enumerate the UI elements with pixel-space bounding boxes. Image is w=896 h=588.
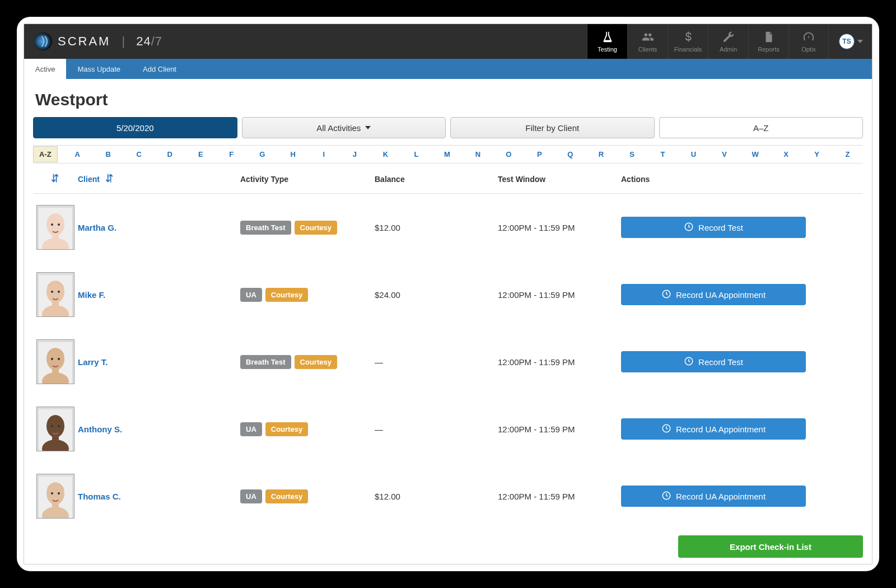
col-sort[interactable] [33,172,78,185]
user-avatar: TS [839,34,855,49]
filter-sort-label: A–Z [753,123,769,133]
client-name-cell: Anthony S. [78,424,240,434]
filter-sort-button[interactable]: A–Z [659,117,864,138]
alpha-letter-Q[interactable]: Q [555,146,586,163]
table-body: Martha G. Breath Test Courtesy $12.00 12… [33,194,863,530]
record_ua-button[interactable]: Record UA Appointment [621,284,806,305]
flask-icon [601,31,614,44]
alpha-letter-Z[interactable]: Z [832,146,863,163]
test-window-cell: 12:00PM - 11:59 PM [498,290,621,300]
document-icon [762,31,776,44]
client-avatar[interactable] [36,407,74,451]
brand-sub1: 24 [136,34,151,48]
action-button-label: Record Test [698,223,743,232]
topnav: TestingClientsFinancialsAdminReportsOpti… [587,24,829,59]
topnav-reports[interactable]: Reports [748,24,788,59]
subnav-active[interactable]: Active [24,59,66,79]
col-client[interactable]: Client [78,172,240,185]
alpha-letter-J[interactable]: J [339,146,370,163]
alpha-letter-P[interactable]: P [524,146,555,163]
client-avatar[interactable] [36,474,74,519]
alpha-letter-W[interactable]: W [740,146,771,163]
topnav-testing[interactable]: Testing [587,24,627,59]
brand-logo-icon [34,32,52,50]
alpha-letter-N[interactable]: N [463,146,493,163]
activity-cell: UA Courtesy [240,288,375,302]
balance-cell: — [375,357,498,367]
action-button-label: Record UA Appointment [676,424,766,434]
alpha-letter-Y[interactable]: Y [801,146,832,163]
subnav-mass-update[interactable]: Mass Update [66,59,132,79]
alpha-letter-D[interactable]: D [155,146,185,163]
client-name-link[interactable]: Thomas C. [78,492,121,501]
clock-icon [661,491,671,502]
activity-tag-courtesy: Courtesy [295,355,337,369]
avatar-wrap [33,272,78,317]
client-avatar[interactable] [36,339,74,384]
topnav-clients[interactable]: Clients [627,24,668,59]
gauge-icon [802,31,815,44]
alpha-letter-I[interactable]: I [309,146,339,163]
export-row: Export Check-in List [33,535,863,558]
wrench-icon [722,31,735,44]
alpha-letter-V[interactable]: V [709,146,740,163]
alpha-letter-U[interactable]: U [678,146,709,163]
client-name-link[interactable]: Mike F. [78,290,105,300]
alpha-all-button[interactable]: A-Z [33,146,58,162]
export-checkin-button[interactable]: Export Check-in List [678,535,863,558]
col-balance-label: Balance [375,175,498,184]
svg-point-33 [58,492,60,494]
clock-icon [661,289,671,301]
alpha-letter-M[interactable]: M [432,146,463,163]
topnav-financials[interactable]: Financials [668,24,708,59]
svg-point-18 [51,358,53,360]
sort-icon [50,172,61,185]
topnav-optix[interactable]: Optix [788,24,829,59]
avatar-wrap [33,474,78,519]
filter-client-button[interactable]: Filter by Client [450,117,655,138]
record_ua-button[interactable]: Record UA Appointment [621,418,806,440]
topnav-admin[interactable]: Admin [708,24,748,59]
alpha-letter-R[interactable]: R [586,146,617,163]
svg-point-26 [58,425,60,427]
alpha-letter-F[interactable]: F [216,146,247,163]
alpha-letter-C[interactable]: C [124,146,155,163]
alpha-letter-B[interactable]: B [93,146,124,163]
filter-activities-button[interactable]: All Activities [242,117,446,138]
activity-cell: Breath Test Courtesy [240,221,375,235]
clock-icon [684,222,694,234]
alpha-letter-A[interactable]: A [62,146,93,163]
alpha-letter-O[interactable]: O [493,146,524,163]
filter-date-button[interactable]: 5/20/2020 [33,117,237,138]
svg-point-12 [58,291,60,293]
sort-icon [104,172,115,185]
record_test-button[interactable]: Record Test [621,217,806,238]
record_test-button[interactable]: Record Test [621,351,806,372]
alpha-bar: A-Z ABCDEFGHIJKLMNOPQRSTUVWXYZ [33,145,863,164]
balance-cell: $12.00 [375,223,498,232]
alpha-letter-S[interactable]: S [617,146,647,163]
client-avatar[interactable] [36,205,74,250]
alpha-letter-L[interactable]: L [401,146,432,163]
alpha-letter-G[interactable]: G [247,146,278,163]
alpha-letter-X[interactable]: X [771,146,801,163]
alpha-letter-E[interactable]: E [185,146,216,163]
client-name-link[interactable]: Martha G. [78,223,116,232]
alpha-letter-H[interactable]: H [278,146,309,163]
avatar-wrap [33,205,78,250]
brand-sub2: /7 [151,34,162,48]
alpha-letter-T[interactable]: T [647,146,678,163]
client-name-link[interactable]: Anthony S. [78,424,122,434]
user-menu[interactable]: TS [836,24,866,59]
alpha-letter-K[interactable]: K [370,146,401,163]
client-avatar[interactable] [36,272,74,317]
topnav-item-label: Optix [801,46,816,53]
subnav-add-client[interactable]: Add Client [132,59,188,79]
test-window-cell: 12:00PM - 11:59 PM [498,357,621,367]
filter-date-label: 5/20/2020 [116,123,154,133]
topbar-spacer [172,24,587,59]
svg-point-11 [51,291,53,293]
client-name-link[interactable]: Larry T. [78,357,108,367]
users-icon [641,31,655,44]
record_ua-button[interactable]: Record UA Appointment [621,486,806,507]
